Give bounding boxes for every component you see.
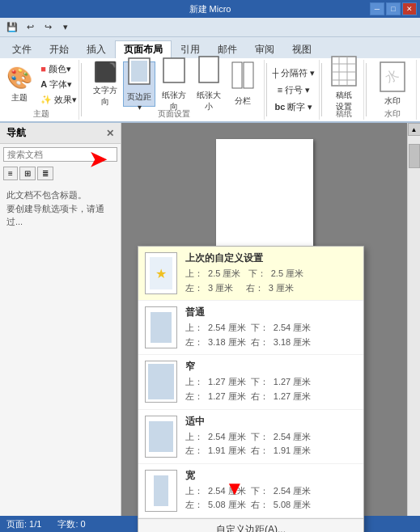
status-page: 页面: 1/1 (6, 518, 41, 530)
effects-button[interactable]: ✨ 效果▾ (38, 93, 79, 107)
star-icon: ★ (155, 266, 167, 281)
watermark-label: 水印 (384, 95, 401, 107)
margin-info-narrow: 窄 上： 1.27 厘米 下： 1.27 厘米 左： 1.27 厘米 右： 1.… (185, 360, 357, 403)
nav-results-button[interactable]: ≣ (37, 167, 53, 180)
separator-button[interactable]: ┼ 分隔符 ▾ (270, 66, 318, 80)
ribbon-group-manuscript: 稿纸设置 稿纸 (324, 60, 364, 120)
text-dir-icon: ⬛ (94, 60, 117, 84)
margin-details-narrow: 上： 1.27 厘米 下： 1.27 厘米 左： 1.27 厘米 右： 1.27… (185, 375, 357, 403)
nav-content-msg2: 要创建导航选项卡，请通过... (6, 204, 104, 227)
margin-info-normal: 普通 上： 2.54 厘米 下： 2.54 厘米 左： 3.18 厘米 右： 3… (185, 306, 357, 349)
scroll-up-button[interactable]: ▲ (408, 123, 421, 136)
margin-inner-normal (151, 312, 172, 343)
margin-info-custom: 上次的自定义设置 上： 2.5 厘米 下： 2.5 厘米 左： 3 厘米 右： … (185, 251, 357, 295)
size-label: 纸张大小 (196, 90, 221, 112)
custom-margin-button[interactable]: 自定义边距(A)... (138, 518, 363, 532)
margins-dropdown: ★ 上次的自定义设置 上： 2.5 厘米 下： 2.5 厘米 左： 3 厘米 右… (138, 246, 364, 532)
ribbon-group-watermark: 水 水印 水印 (368, 60, 417, 120)
maximize-button[interactable]: □ (386, 2, 401, 15)
color-button[interactable]: ■ 颜色▾ (38, 62, 79, 76)
orientation-icon (163, 56, 185, 88)
customize-quick-button[interactable]: ▾ (58, 20, 73, 35)
margin-item-wide[interactable]: 宽 上： 2.54 厘米 下： 2.54 厘米 左： 5.08 厘米 右： 5.… (138, 464, 363, 518)
margin-info-moderate: 适中 上： 2.54 厘米 下： 2.54 厘米 左： 1.91 厘米 右： 1… (185, 415, 357, 458)
margin-icon-wide (145, 470, 177, 512)
columns-button[interactable]: 分栏 (227, 61, 259, 107)
margin-name-wide: 宽 (185, 469, 357, 483)
paper-orientation-button[interactable]: 纸张方向 (157, 61, 190, 107)
margin-name-custom: 上次的自定义设置 (185, 251, 357, 265)
page-setup-icons: ⬛ 文字方向 页边距 ▾ 纸张方向 (88, 61, 259, 107)
page-setup-label: 页面设置 (158, 107, 190, 120)
margin-inner-moderate (149, 421, 173, 452)
svg-rect-2 (163, 58, 185, 82)
text-direction-button[interactable]: ⬛ 文字方向 (88, 61, 121, 107)
scrollbar-right[interactable]: ▲ ▼ (407, 123, 420, 530)
line-numbers-button[interactable]: ≡ 行号 ▾ (275, 83, 313, 97)
text-dir-label: 文字方向 (92, 85, 117, 108)
margin-inner-wide (154, 475, 168, 506)
margin-item-normal[interactable]: 普通 上： 2.54 厘米 下： 2.54 厘米 左： 3.18 厘米 右： 3… (138, 301, 363, 355)
size-icon (197, 56, 220, 88)
scroll-track[interactable] (408, 136, 421, 517)
tab-review[interactable]: 审阅 (246, 40, 283, 58)
theme-button[interactable]: 🎨 主题 (2, 61, 36, 107)
red-arrow-right: ➤ (89, 147, 107, 172)
main-area: 导航 ✕ ≡ ⊞ ≣ 此文档不包含标题。 要创建导航选项卡，请通过... ➤ ▲… (0, 123, 420, 530)
hyphenation-button[interactable]: bc 断字 ▾ (273, 100, 316, 114)
scroll-thumb[interactable] (409, 144, 420, 168)
save-quick-button[interactable]: 💾 (5, 20, 19, 35)
title-bar: 新建 Micro ─ □ ✕ (0, 0, 420, 18)
close-button[interactable]: ✕ (402, 2, 417, 15)
tab-insert[interactable]: 插入 (78, 40, 115, 58)
watermark-group-label: 水印 (384, 107, 401, 120)
ribbon: 🎨 主题 ■ 颜色▾ A 字体▾ ✨ 效果▾ 主题 ⬛ 文字方向 (0, 58, 420, 123)
ribbon-group-misc: ┼ 分隔符 ▾ ≡ 行号 ▾ bc 断字 ▾ (269, 60, 320, 120)
window-title: 新建 Micro (189, 3, 231, 15)
sep4 (366, 63, 367, 116)
margin-inner-narrow (148, 364, 174, 399)
margins-icon (128, 57, 151, 90)
margin-name-narrow: 窄 (185, 360, 357, 374)
margin-icon-narrow (145, 361, 177, 403)
theme-large-icon: 🎨 (6, 65, 32, 91)
watermark-button[interactable]: 水 水印 (375, 61, 409, 107)
margin-icon-custom: ★ (145, 252, 177, 294)
nav-title: 导航 ✕ (0, 123, 121, 144)
svg-rect-1 (131, 61, 147, 82)
redo-quick-button[interactable]: ↪ (40, 20, 55, 35)
tab-file[interactable]: 文件 (3, 40, 40, 58)
sep1 (81, 63, 82, 116)
margin-details-moderate: 上： 2.54 厘米 下： 2.54 厘米 左： 1.91 厘米 右： 1.91… (185, 430, 357, 458)
columns-label: 分栏 (235, 95, 251, 107)
ribbon-group-page-setup: ⬛ 文字方向 页边距 ▾ 纸张方向 (83, 60, 265, 120)
status-words: 字数: 0 (57, 518, 85, 530)
paper-size-button[interactable]: 纸张大小 (192, 61, 225, 107)
margin-item-custom[interactable]: ★ 上次的自定义设置 上： 2.5 厘米 下： 2.5 厘米 左： 3 厘米 右… (138, 247, 363, 301)
nav-headings-button[interactable]: ≡ (3, 167, 18, 180)
page-margins-button[interactable]: 页边距 ▾ (123, 61, 155, 107)
margin-icon-moderate (145, 416, 177, 458)
margin-name-moderate: 适中 (185, 415, 357, 429)
undo-quick-button[interactable]: ↩ (23, 20, 37, 35)
nav-content-msg: 此文档不包含标题。 (6, 190, 87, 200)
margin-item-narrow[interactable]: 窄 上： 1.27 厘米 下： 1.27 厘米 左： 1.27 厘米 右： 1.… (138, 355, 363, 409)
svg-rect-3 (199, 57, 218, 82)
font-button[interactable]: A 字体▾ (38, 78, 79, 91)
minimize-button[interactable]: ─ (370, 2, 384, 15)
sep3 (321, 63, 322, 116)
margin-icon-normal (145, 306, 177, 348)
tab-view[interactable]: 视图 (283, 40, 320, 58)
tab-home[interactable]: 开始 (40, 40, 78, 58)
margin-details-normal: 上： 2.54 厘米 下： 2.54 厘米 左： 3.18 厘米 右： 3.18… (185, 321, 357, 349)
nav-close-button[interactable]: ✕ (106, 128, 114, 139)
nav-panel: 导航 ✕ ≡ ⊞ ≣ 此文档不包含标题。 要创建导航选项卡，请通过... ➤ (0, 123, 121, 530)
sep2 (266, 63, 267, 116)
svg-rect-5 (244, 62, 253, 88)
theme-sub-buttons: ■ 颜色▾ A 字体▾ ✨ 效果▾ (38, 62, 79, 107)
margin-item-moderate[interactable]: 适中 上： 2.54 厘米 下： 2.54 厘米 左： 1.91 厘米 右： 1… (138, 410, 363, 464)
nav-pages-button[interactable]: ⊞ (19, 167, 36, 180)
nav-content: 此文档不包含标题。 要创建导航选项卡，请通过... (0, 182, 121, 235)
manuscript-button[interactable]: 稿纸设置 (327, 61, 361, 107)
nav-title-text: 导航 (6, 126, 26, 140)
